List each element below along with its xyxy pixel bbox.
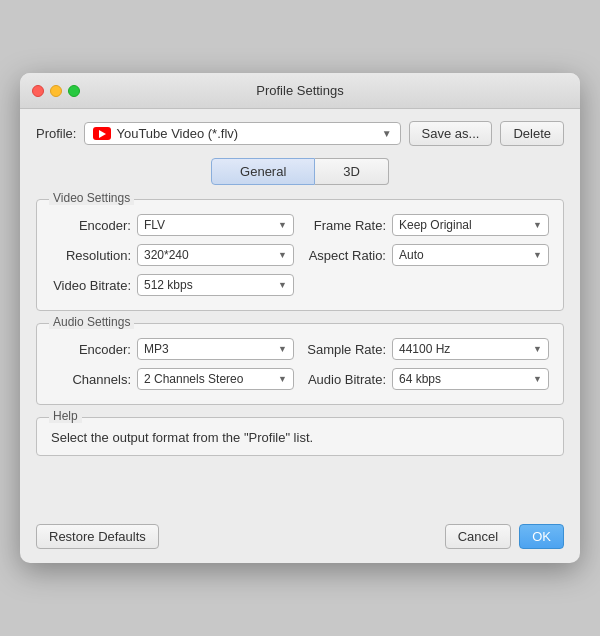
channels-row: Channels: 2 Channels Stereo ▼ [51, 368, 294, 390]
frame-rate-row: Frame Rate: Keep Original ▼ [306, 214, 549, 236]
frame-rate-select[interactable]: Keep Original ▼ [392, 214, 549, 236]
audio-encoder-value: MP3 [144, 342, 278, 356]
video-bitrate-value: 512 kbps [144, 278, 278, 292]
channels-select[interactable]: 2 Channels Stereo ▼ [137, 368, 294, 390]
minimize-button[interactable] [50, 85, 62, 97]
encoder-arrow-icon: ▼ [278, 220, 287, 230]
restore-defaults-button[interactable]: Restore Defaults [36, 524, 159, 549]
audio-bitrate-label: Audio Bitrate: [306, 372, 386, 387]
channels-arrow-icon: ▼ [278, 374, 287, 384]
help-text: Select the output format from the "Profi… [51, 430, 549, 445]
ok-button[interactable]: OK [519, 524, 564, 549]
video-settings-grid: Encoder: FLV ▼ Frame Rate: Keep Original… [51, 214, 549, 296]
video-settings-label: Video Settings [49, 191, 134, 205]
audio-settings-grid: Encoder: MP3 ▼ Sample Rate: 44100 Hz ▼ C… [51, 338, 549, 390]
title-bar: Profile Settings [20, 73, 580, 109]
bottom-bar: Restore Defaults Cancel OK [20, 514, 580, 563]
audio-encoder-label: Encoder: [51, 342, 131, 357]
frame-rate-value: Keep Original [399, 218, 533, 232]
close-button[interactable] [32, 85, 44, 97]
audio-settings-label: Audio Settings [49, 315, 134, 329]
resolution-value: 320*240 [144, 248, 278, 262]
encoder-label: Encoder: [51, 218, 131, 233]
audio-bitrate-select[interactable]: 64 kbps ▼ [392, 368, 549, 390]
delete-button[interactable]: Delete [500, 121, 564, 146]
profile-label: Profile: [36, 126, 76, 141]
channels-value: 2 Channels Stereo [144, 372, 278, 386]
window-title: Profile Settings [256, 83, 343, 98]
aspect-ratio-row: Aspect Ratio: Auto ▼ [306, 244, 549, 266]
video-settings-section: Video Settings Encoder: FLV ▼ Frame Rate… [36, 199, 564, 311]
audio-bitrate-arrow-icon: ▼ [533, 374, 542, 384]
aspect-ratio-select[interactable]: Auto ▼ [392, 244, 549, 266]
encoder-row: Encoder: FLV ▼ [51, 214, 294, 236]
frame-rate-label: Frame Rate: [306, 218, 386, 233]
aspect-ratio-arrow-icon: ▼ [533, 250, 542, 260]
help-section: Help Select the output format from the "… [36, 417, 564, 456]
encoder-value: FLV [144, 218, 278, 232]
video-bitrate-empty [306, 274, 549, 296]
resolution-select[interactable]: 320*240 ▼ [137, 244, 294, 266]
video-bitrate-row: Video Bitrate: 512 kbps ▼ [51, 274, 294, 296]
sample-rate-value: 44100 Hz [399, 342, 533, 356]
profile-row: Profile: YouTube Video (*.flv) ▼ Save as… [36, 121, 564, 146]
sample-rate-label: Sample Rate: [306, 342, 386, 357]
help-section-label: Help [49, 409, 82, 423]
aspect-ratio-label: Aspect Ratio: [306, 248, 386, 263]
sample-rate-row: Sample Rate: 44100 Hz ▼ [306, 338, 549, 360]
audio-bitrate-row: Audio Bitrate: 64 kbps ▼ [306, 368, 549, 390]
profile-settings-window: Profile Settings Profile: YouTube Video … [20, 73, 580, 563]
tabs-row: General 3D [36, 158, 564, 185]
tab-3d[interactable]: 3D [315, 158, 389, 185]
video-bitrate-arrow-icon: ▼ [278, 280, 287, 290]
youtube-icon [93, 127, 111, 140]
profile-select-text: YouTube Video (*.flv) [116, 126, 376, 141]
channels-label: Channels: [51, 372, 131, 387]
audio-encoder-select[interactable]: MP3 ▼ [137, 338, 294, 360]
traffic-lights [32, 85, 80, 97]
audio-encoder-row: Encoder: MP3 ▼ [51, 338, 294, 360]
bottom-right-buttons: Cancel OK [445, 524, 564, 549]
profile-select-arrow-icon: ▼ [382, 128, 392, 139]
maximize-button[interactable] [68, 85, 80, 97]
resolution-row: Resolution: 320*240 ▼ [51, 244, 294, 266]
frame-rate-arrow-icon: ▼ [533, 220, 542, 230]
encoder-select[interactable]: FLV ▼ [137, 214, 294, 236]
audio-settings-section: Audio Settings Encoder: MP3 ▼ Sample Rat… [36, 323, 564, 405]
spacer [36, 468, 564, 498]
sample-rate-select[interactable]: 44100 Hz ▼ [392, 338, 549, 360]
video-bitrate-label: Video Bitrate: [51, 278, 131, 293]
resolution-label: Resolution: [51, 248, 131, 263]
aspect-ratio-value: Auto [399, 248, 533, 262]
video-bitrate-select[interactable]: 512 kbps ▼ [137, 274, 294, 296]
audio-encoder-arrow-icon: ▼ [278, 344, 287, 354]
profile-select[interactable]: YouTube Video (*.flv) ▼ [84, 122, 400, 145]
resolution-arrow-icon: ▼ [278, 250, 287, 260]
window-content: Profile: YouTube Video (*.flv) ▼ Save as… [20, 109, 580, 514]
cancel-button[interactable]: Cancel [445, 524, 511, 549]
tab-general[interactable]: General [211, 158, 315, 185]
audio-bitrate-value: 64 kbps [399, 372, 533, 386]
sample-rate-arrow-icon: ▼ [533, 344, 542, 354]
save-as-button[interactable]: Save as... [409, 121, 493, 146]
